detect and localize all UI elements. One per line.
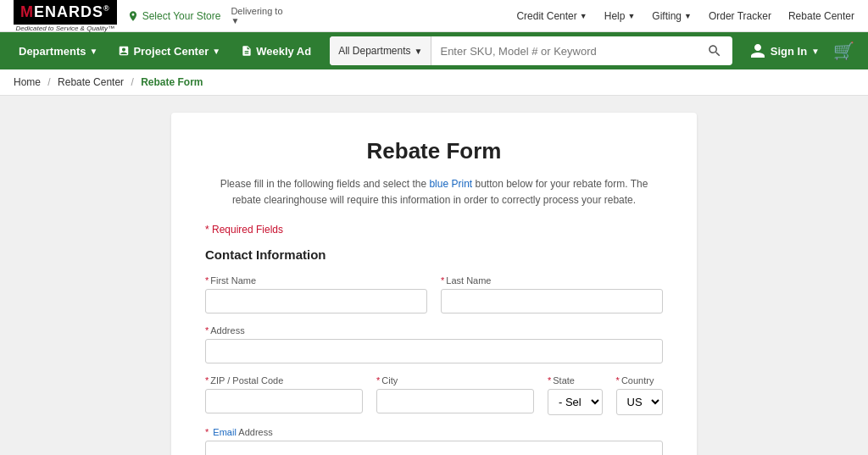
user-icon bbox=[749, 42, 766, 59]
cart-button[interactable]: 🛒 bbox=[830, 41, 858, 61]
email-label: * Email Address bbox=[205, 427, 663, 437]
weekly-ad-icon bbox=[241, 45, 253, 57]
logo-tagline: Dedicated to Service & Quality™ bbox=[16, 25, 115, 32]
breadcrumb-current: Rebate Form bbox=[141, 76, 203, 88]
help-link[interactable]: Help ▼ bbox=[604, 10, 636, 22]
search-input[interactable] bbox=[431, 45, 696, 58]
help-arrow: ▼ bbox=[627, 12, 635, 20]
breadcrumb-rebate-center[interactable]: Rebate Center bbox=[58, 76, 124, 88]
last-name-input[interactable] bbox=[441, 289, 663, 314]
form-description: Please fill in the following fields and … bbox=[205, 176, 663, 208]
state-label: *State bbox=[548, 375, 603, 386]
address-input[interactable] bbox=[205, 339, 663, 363]
name-row: *First Name *Last Name bbox=[205, 275, 663, 314]
first-name-input[interactable] bbox=[205, 289, 427, 314]
delivering: Delivering to ▼ bbox=[231, 6, 282, 25]
gifting-arrow: ▼ bbox=[684, 12, 692, 20]
city-group: *City bbox=[376, 375, 534, 415]
top-bar-left: MENARDS® Dedicated to Service & Quality™… bbox=[14, 0, 283, 32]
zip-input[interactable] bbox=[205, 389, 363, 413]
search-department-dropdown[interactable]: All Departments ▼ bbox=[330, 36, 431, 65]
order-tracker-link[interactable]: Order Tracker bbox=[709, 10, 771, 22]
first-name-group: *First Name bbox=[205, 275, 427, 314]
departments-arrow: ▼ bbox=[89, 47, 97, 56]
email-group: * Email Address bbox=[205, 427, 663, 455]
country-select[interactable]: USA bbox=[616, 389, 663, 415]
nav-bar: Departments ▼ Project Center ▼ Weekly Ad… bbox=[0, 32, 868, 69]
departments-label: Departments bbox=[19, 45, 86, 58]
sign-in-button[interactable]: Sign In ▼ bbox=[743, 42, 826, 59]
search-icon bbox=[707, 43, 722, 58]
location-row: *ZIP / Postal Code *City *State - Select… bbox=[205, 375, 663, 415]
state-select[interactable]: - Select a state - bbox=[548, 389, 603, 415]
departments-nav[interactable]: Departments ▼ bbox=[10, 32, 106, 69]
store-select-label: Select Your Store bbox=[142, 10, 221, 22]
nav-right: Sign In ▼ 🛒 bbox=[743, 41, 858, 61]
email-input[interactable] bbox=[205, 441, 663, 455]
weekly-ad-label: Weekly Ad bbox=[256, 45, 311, 58]
form-card: Rebate Form Please fill in the following… bbox=[171, 113, 697, 455]
search-dept-arrow: ▼ bbox=[415, 47, 423, 56]
credit-center-link[interactable]: Credit Center ▼ bbox=[516, 10, 587, 22]
project-center-icon bbox=[118, 45, 130, 57]
address-group: *Address bbox=[205, 325, 663, 363]
zip-label: *ZIP / Postal Code bbox=[205, 375, 363, 386]
logo: MENARDS® Dedicated to Service & Quality™ bbox=[14, 0, 117, 32]
search-dept-label: All Departments bbox=[338, 45, 410, 57]
city-label: *City bbox=[376, 375, 534, 386]
logo-text: MENARDS® bbox=[14, 0, 117, 25]
store-select[interactable]: Select Your Store bbox=[127, 10, 221, 22]
state-group: *State - Select a state - bbox=[548, 375, 603, 415]
email-row: * Email Address bbox=[205, 427, 663, 455]
country-label: *Country bbox=[616, 375, 663, 386]
required-fields-note: * Required Fields bbox=[205, 224, 663, 236]
sign-in-arrow: ▼ bbox=[811, 47, 820, 56]
project-center-arrow: ▼ bbox=[212, 47, 220, 56]
last-name-group: *Last Name bbox=[441, 275, 663, 314]
form-title: Rebate Form bbox=[205, 138, 663, 164]
top-bar: MENARDS® Dedicated to Service & Quality™… bbox=[0, 0, 868, 32]
contact-section-title: Contact Information bbox=[205, 247, 663, 262]
main-content: Rebate Form Please fill in the following… bbox=[0, 96, 868, 455]
project-center-label: Project Center bbox=[133, 45, 209, 58]
sign-in-label: Sign In bbox=[771, 45, 807, 58]
email-label-highlight: Email bbox=[213, 427, 236, 437]
address-label: *Address bbox=[205, 325, 663, 336]
city-input[interactable] bbox=[376, 389, 534, 413]
breadcrumb-sep-2: / bbox=[131, 76, 133, 88]
gifting-link[interactable]: Gifting ▼ bbox=[652, 10, 692, 22]
address-row: *Address bbox=[205, 325, 663, 363]
search-button[interactable] bbox=[697, 36, 732, 65]
breadcrumb: Home / Rebate Center / Rebate Form bbox=[0, 69, 868, 96]
breadcrumb-home[interactable]: Home bbox=[14, 76, 41, 88]
location-icon bbox=[127, 10, 139, 22]
country-group: *Country USA bbox=[616, 375, 663, 415]
zip-group: *ZIP / Postal Code bbox=[205, 375, 363, 415]
top-bar-right: Credit Center ▼ Help ▼ Gifting ▼ Order T… bbox=[516, 10, 854, 22]
project-center-nav[interactable]: Project Center ▼ bbox=[109, 32, 229, 69]
search-container: All Departments ▼ bbox=[330, 36, 732, 65]
last-name-label: *Last Name bbox=[441, 275, 663, 286]
first-name-label: *First Name bbox=[205, 275, 427, 286]
credit-center-arrow: ▼ bbox=[580, 12, 587, 20]
weekly-ad-nav[interactable]: Weekly Ad bbox=[232, 32, 320, 69]
form-desc-highlight: blue Print bbox=[429, 178, 472, 190]
rebate-center-link[interactable]: Rebate Center bbox=[788, 10, 854, 22]
breadcrumb-sep-1: / bbox=[47, 76, 50, 88]
